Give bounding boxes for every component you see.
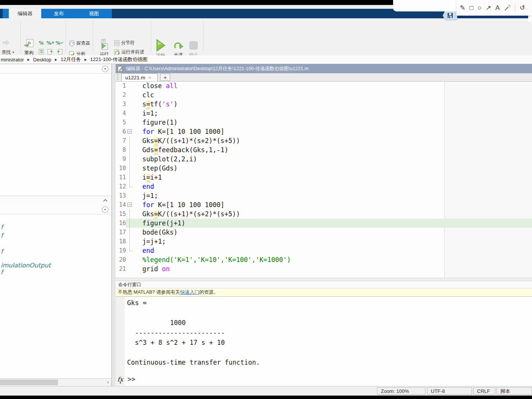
line-number: 3	[116, 100, 126, 109]
fx-icon[interactable]: fx▼	[116, 376, 125, 383]
smart-indent-icon[interactable]	[37, 48, 45, 55]
uncomment-icon[interactable]: %✕	[47, 39, 54, 46]
fold-column[interactable]	[126, 127, 134, 136]
new-tab-button[interactable]: +	[160, 74, 170, 81]
code-text: Gks=K/((s+1)*(s+2)*(s+5))	[134, 209, 532, 219]
arrow-icon[interactable]: ↗	[486, 5, 491, 11]
scrollbar-right-arrow[interactable]: ›	[105, 380, 111, 385]
rectangle-icon[interactable]: □	[469, 5, 473, 11]
section-break-button[interactable]: 分节符	[114, 40, 135, 46]
getting-started-banner: 不熟悉 MATLAB? 请参阅有关快速入门的资源。	[116, 288, 532, 297]
line-number: 5	[116, 118, 126, 127]
line-number: 4	[116, 109, 126, 118]
fold-column	[126, 182, 134, 191]
code-line[interactable]: 16figure(j+1)	[116, 219, 532, 228]
fold-column	[126, 264, 134, 274]
panel-menu-icon[interactable]: ▼	[102, 206, 108, 213]
workspace-panel-header: ▼	[0, 205, 111, 214]
fold-column	[126, 90, 134, 100]
breadcrumb-item[interactable]: Desktop	[32, 57, 52, 63]
code-line[interactable]: 19end	[116, 246, 532, 255]
matlab-window: 编辑器 发布 视图 查找▼ 书签▼ 导航 fx 重构 ▼ % %✕ %↵	[0, 0, 532, 399]
close-tab-icon[interactable]: ×	[148, 75, 152, 80]
code-line[interactable]: 8Gds=feedback(Gks,1,-1)	[116, 145, 532, 154]
code-line[interactable]: 14for K=[1 10 100 1000]	[116, 200, 532, 209]
breadcrumb-item[interactable]: ministrator	[0, 57, 25, 63]
code-text: i=i+1	[134, 173, 532, 182]
ribbon-tab-editor[interactable]: 编辑器	[9, 9, 41, 18]
code-line[interactable]: 12end	[116, 182, 532, 191]
quick-start-link[interactable]: 快速入门	[180, 290, 199, 295]
file-type-indicator[interactable]: 脚本	[497, 387, 532, 395]
fold-column[interactable]	[126, 200, 134, 209]
indent-left-icon[interactable]	[56, 48, 63, 55]
fold-column	[126, 118, 134, 127]
undo-icon[interactable]: ↺	[519, 5, 525, 11]
profiler-button[interactable]: 探查器	[69, 40, 90, 47]
code-line[interactable]: 17bode(Gks)	[116, 228, 532, 237]
tabbar-grip[interactable]	[117, 74, 118, 80]
collapse-chevron-icon	[103, 199, 108, 202]
code-line[interactable]: 20%legend('K=1','K=10','K=100','K=1000')	[116, 255, 532, 264]
file-tab-label: u1221.m	[125, 75, 145, 80]
fold-column	[126, 219, 134, 228]
code-line[interactable]: 13j=1;	[116, 191, 532, 200]
run-section-icon	[99, 39, 109, 50]
workspace-item[interactable]: f	[1, 248, 3, 255]
code-line[interactable]: 7Gks=K/((s+1)*(s+2)*(s+5))	[116, 136, 532, 145]
fold-column	[126, 237, 134, 246]
comment-icon[interactable]: %	[37, 39, 45, 46]
zoom-level[interactable]: Zoom: 100%	[377, 387, 426, 395]
code-line[interactable]: 5figure(1)	[116, 118, 532, 127]
workspace-item[interactable]: f	[1, 269, 3, 276]
code-line[interactable]: 10step(Gds)	[116, 164, 532, 173]
code-line[interactable]: 9subplot(2,2,i)	[116, 154, 532, 164]
encoding-indicator[interactable]: UTF-8	[427, 387, 472, 395]
code-line[interactable]: 18j=j+1;	[116, 237, 532, 246]
ribbon-tab-view[interactable]: 视图	[76, 9, 111, 18]
code-text: for K=[1 10 100 1000]	[134, 127, 532, 136]
pencil-icon[interactable]: ✎	[460, 5, 465, 11]
code-line[interactable]: 21grid on	[116, 264, 532, 274]
find-button[interactable]: 查找▼	[2, 49, 15, 56]
save-button[interactable]	[443, 10, 457, 21]
vertical-splitter[interactable]	[112, 64, 116, 386]
workspace-item[interactable]: imulationOutput	[1, 262, 51, 269]
wand-icon[interactable]	[504, 5, 511, 11]
code-text: bode(Gks)	[134, 228, 532, 237]
code-line[interactable]: 4i=1;	[116, 109, 532, 118]
command-prompt-row[interactable]: fx▼ >>	[116, 374, 135, 384]
forward-arrow-icon[interactable]	[2, 40, 10, 46]
code-line[interactable]: 1close all	[116, 82, 532, 90]
line-number: 6	[116, 127, 126, 136]
indent-right-icon[interactable]	[47, 48, 54, 55]
workspace-item[interactable]: f	[1, 232, 3, 239]
code-line[interactable]: 6for K=[1 10 100 1000]	[116, 127, 532, 136]
code-line[interactable]: 2clc	[116, 90, 532, 100]
refactor-fx-icon: fx	[24, 39, 34, 49]
horizontal-scrollbar[interactable]: ›	[0, 378, 111, 386]
fold-column	[126, 100, 134, 109]
run-advance-button[interactable]: 运行并前进	[114, 49, 144, 55]
editor-title-text: 编辑器 - C:\Users\Administrator\Desktop\12月…	[126, 66, 309, 72]
command-window[interactable]: Gks = 1000 ----------------------- s^3 +…	[116, 297, 532, 386]
code-line[interactable]: 15Gks=K/((s+1)*(s+2)*(s+5))	[116, 209, 532, 219]
panel-menu-icon[interactable]: ▼	[102, 66, 108, 72]
panel-collapse-bar[interactable]	[0, 196, 111, 206]
workspace-item[interactable]: f	[1, 224, 3, 231]
ribbon-tab-publish[interactable]: 发布	[41, 9, 76, 18]
breadcrumb-item[interactable]: 12月任务	[60, 56, 82, 63]
ellipse-icon[interactable]: ○	[478, 5, 482, 11]
code-line[interactable]: 3s=tf('s')	[116, 100, 532, 109]
fold-column	[126, 255, 134, 264]
line-ending-indicator[interactable]: CRLF	[473, 387, 495, 395]
file-tab[interactable]: u1221.m ×	[121, 73, 158, 81]
code-editor[interactable]: 1close all2clc3s=tf('s')4i=1;5figure(1)6…	[116, 82, 532, 278]
horizontal-splitter[interactable]	[116, 278, 532, 281]
code-line[interactable]: 11i=i+1	[116, 173, 532, 182]
line-number: 2	[116, 90, 126, 100]
wrap-comments-icon[interactable]: %↵	[56, 39, 63, 46]
scrollbar-thumb[interactable]	[0, 380, 58, 385]
breadcrumb-item[interactable]: 1221-100-传递函数伯德图	[89, 56, 148, 63]
text-icon[interactable]: A	[495, 5, 500, 11]
